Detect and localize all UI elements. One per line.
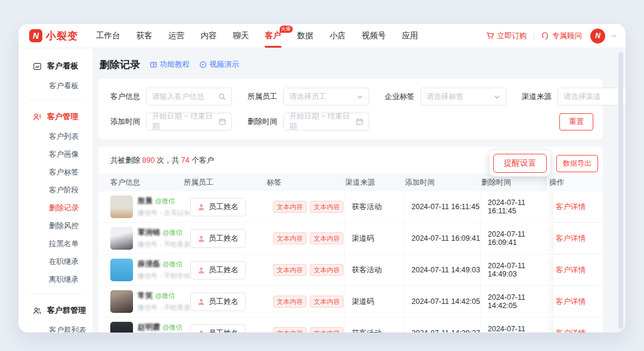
sidebar-item-delete-risk[interactable]: 删除风控 [18, 217, 92, 235]
delete-time-range-picker[interactable]: 开始日期 ~ 结束日期 [283, 113, 369, 131]
tags-cell: 文本内容 文本内容 [273, 286, 351, 317]
nav-separator: | [533, 32, 535, 41]
sidebar-group-customer-manage[interactable]: 客户管理 [18, 106, 92, 128]
customer-cell: 赵明霞 @微信 微信号：左耳以东 [110, 322, 190, 333]
advisor-link[interactable]: 专属顾问 [541, 31, 582, 41]
filter-label: 删除时间 [247, 117, 277, 127]
sidebar-item-onjob-inherit[interactable]: 在职继承 [18, 253, 92, 271]
nav-item-chat[interactable]: 聊天 [233, 24, 249, 48]
added-time-cell: 2024-07-11 16:11:45 [404, 191, 487, 222]
table-row: 常笑 @微信 微信号：不吃香菜 员工姓名 文本内容 文本内容 渠道码 2024-… [98, 286, 603, 318]
calendar-icon [356, 118, 363, 125]
filter-label: 企业标签 [385, 92, 414, 102]
sidebar-group-customer-board[interactable]: 客户看板 [18, 55, 92, 77]
sidebar-item-customer-portrait[interactable]: 客户画像 [18, 145, 92, 163]
tag-chip: 文本内容 [310, 201, 343, 213]
deleted-time-cell: 2024-07-11 14:39:27 [480, 318, 553, 333]
customer-count: 74 [181, 156, 190, 164]
select-placeholder: 请选择标签 [426, 92, 464, 102]
employee-chip: 员工姓名 [190, 261, 246, 279]
customer-detail-link[interactable]: 客户详情 [556, 234, 586, 244]
nav-item-video[interactable]: 视频号 [362, 24, 386, 48]
book-icon [150, 61, 157, 69]
nav-item-customer[interactable]: 客户 火爆 [265, 24, 281, 48]
person-icon [197, 298, 205, 306]
video-demo-link-label: 视频演示 [209, 60, 239, 70]
nav-item-workbench[interactable]: 工作台 [96, 24, 120, 48]
nav-item-content[interactable]: 内容 [201, 24, 217, 48]
headset-icon [541, 32, 549, 40]
main-scrollbar[interactable] [618, 52, 623, 329]
tag-chip: 文本内容 [310, 264, 343, 276]
col-added-time: 添加时间 [397, 173, 481, 191]
delete-count: 890 [142, 156, 154, 164]
sidebar-group-title: 客户看板 [47, 61, 78, 72]
employee-chip: 员工姓名 [190, 324, 246, 333]
app-window: N 小裂变 工作台 获客 运营 内容 聊天 客户 火爆 数据 小店 视频号 应用 [18, 24, 626, 333]
tutorial-link[interactable]: 功能教程 [150, 60, 190, 70]
wechat-id: 微信号：不吃香菜 [138, 240, 190, 249]
person-icon [197, 266, 205, 274]
tags-cell: 文本内容 文本内容 [273, 318, 351, 333]
wechat-badge: @微信 [155, 197, 175, 206]
subscribe-link[interactable]: 立即订购 [486, 31, 527, 41]
employee-name: 员工姓名 [209, 234, 239, 244]
filter-panel: 客户信息 请输入客户信息 所属员工 请选择员工 [98, 79, 603, 139]
sidebar-group-group-manage[interactable]: 客户群管理 [18, 300, 92, 321]
sidebar-item-customer-list[interactable]: 客户列表 [18, 128, 92, 145]
col-channel: 渠道来源 [338, 173, 404, 191]
nav-item-shop[interactable]: 小店 [330, 24, 346, 48]
cart-icon [486, 32, 494, 40]
employee-name: 员工姓名 [209, 297, 239, 307]
nav-item-data[interactable]: 数据 [298, 24, 314, 48]
main-content: 删除记录 功能教程 视频演示 [92, 48, 626, 333]
remind-settings-button[interactable]: 提醒设置 [493, 154, 547, 173]
sidebar-item-delete-record[interactable]: 删除记录 [18, 199, 92, 217]
reset-button[interactable]: 重置 [559, 113, 593, 131]
added-time-cell: 2024-07-11 16:09:41 [404, 223, 487, 254]
brand-logo[interactable]: N 小裂变 [29, 29, 78, 43]
customer-detail-link[interactable]: 客户详情 [556, 328, 586, 333]
employee-name: 员工姓名 [209, 328, 239, 333]
channel-cell: 渠道码 [344, 286, 411, 317]
nav-item-apps[interactable]: 应用 [402, 24, 418, 48]
employee-chip: 员工姓名 [190, 293, 246, 311]
person-icon [197, 203, 205, 211]
filter-enterprise-tag: 企业标签 请选择标签 [385, 88, 506, 105]
chevron-down-icon[interactable] [611, 33, 617, 39]
chevron-down-icon [357, 94, 363, 100]
wechat-id: 微信号：不想学你 [138, 272, 190, 281]
sidebar-item-group-list[interactable]: 客户群列表 [18, 321, 92, 333]
sidebar-item-customer-board[interactable]: 客户看板 [18, 77, 92, 95]
data-export-button[interactable]: 数据导出 [556, 155, 598, 172]
customer-avatar [110, 227, 133, 250]
video-demo-link[interactable]: 视频演示 [199, 60, 239, 70]
tag-chip: 文本内容 [273, 201, 306, 213]
input-placeholder: 开始日期 ~ 结束日期 [152, 111, 219, 132]
add-time-range-picker[interactable]: 开始日期 ~ 结束日期 [146, 113, 232, 131]
nav-item-acquisition[interactable]: 获客 [137, 24, 153, 48]
customer-detail-link[interactable]: 客户详情 [556, 202, 586, 212]
filter-add-time: 添加时间 开始日期 ~ 结束日期 [110, 113, 232, 131]
nav-item-operation[interactable]: 运营 [169, 24, 185, 48]
customer-name: 覃润锦 [138, 228, 160, 238]
sidebar-item-offjob-inherit[interactable]: 离职继承 [18, 271, 92, 288]
tag-select[interactable]: 请选择标签 [420, 88, 506, 105]
user-avatar[interactable]: N [590, 29, 605, 44]
sidebar-item-customer-stage[interactable]: 客户阶段 [18, 181, 92, 199]
wechat-id: 微信号：左耳以东 [138, 209, 190, 218]
employee-select[interactable]: 请选择员工 [283, 88, 369, 105]
top-nav: N 小裂变 工作台 获客 运营 内容 聊天 客户 火爆 数据 小店 视频号 应用 [18, 24, 626, 48]
filter-channel: 渠道来源 请选择渠道 [522, 88, 626, 105]
customer-detail-link[interactable]: 客户详情 [556, 297, 586, 307]
sidebar-item-blacklist[interactable]: 拉黑名单 [18, 235, 92, 253]
customer-manage-icon [33, 113, 42, 122]
channel-cell: 获客活动 [344, 254, 411, 285]
person-icon [197, 330, 205, 333]
sidebar-item-customer-tag[interactable]: 客户标签 [18, 163, 92, 181]
col-tags: 标签 [267, 173, 345, 191]
channel-select[interactable]: 请选择渠道 [558, 88, 626, 105]
customer-info-input[interactable]: 请输入客户信息 [146, 88, 232, 105]
customer-detail-link[interactable]: 客户详情 [556, 265, 586, 275]
delete-record-table-card: 共被删除 890 次，共 74 个客户 提醒设置 数据导出 客户信息 所属员工 … [98, 147, 603, 333]
